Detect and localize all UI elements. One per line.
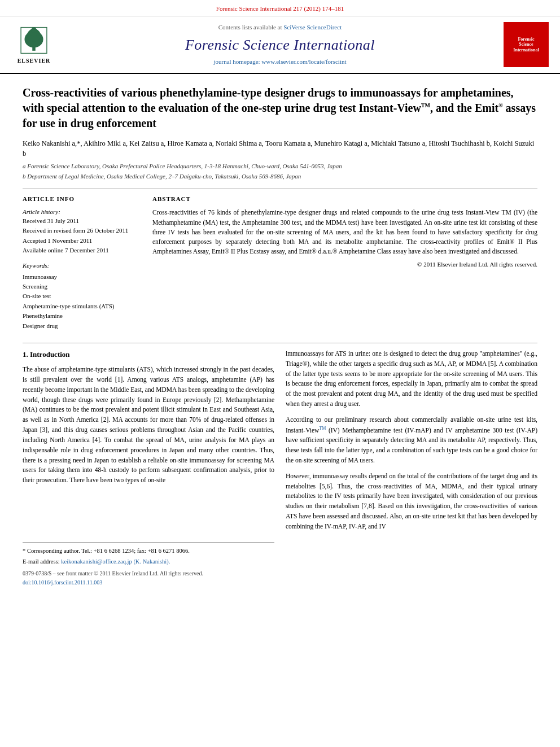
keywords-label: Keywords: xyxy=(23,261,141,270)
article-title: Cross-reactivities of various phenethyla… xyxy=(23,85,537,131)
affiliations: a Forensic Science Laboratory, Osaka Pre… xyxy=(23,162,537,181)
footnote-area: * Corresponding author. Tel.: +81 6 6268… xyxy=(23,542,274,587)
keyword-2: Screening xyxy=(23,282,141,291)
footnote-corresponding: * Corresponding author. Tel.: +81 6 6268… xyxy=(23,547,274,556)
doi-link[interactable]: 10.1016/j.forsciint.2011.11.003 xyxy=(32,579,103,586)
received-date: Received 31 July 2011 xyxy=(23,217,141,225)
affiliation-a: a Forensic Science Laboratory, Osaka Pre… xyxy=(23,162,537,171)
keyword-6: Designer drug xyxy=(23,322,141,330)
svg-point-6 xyxy=(31,27,36,32)
abstract-column: ABSTRACT Cross-reactivities of 76 kinds … xyxy=(152,195,537,331)
main-col-right: immunoassays for ATS in urine: one is de… xyxy=(286,349,537,587)
affiliation-b: b Department of Legal Medicine, Osaka Me… xyxy=(23,172,537,181)
abstract-text: Cross-reactivities of 76 kinds of phenet… xyxy=(152,208,537,256)
issn-line: 0379-0738/$ – see front matter © 2011 El… xyxy=(23,569,274,578)
authors: Keiko Nakanishi a,*, Akihiro Miki a, Kei… xyxy=(23,139,537,159)
intro-paragraph-1: The abuse of amphetamine-type stimulants… xyxy=(23,365,274,486)
keyword-5: Phenethylamine xyxy=(23,312,141,320)
footnote-email: E-mail address: keikonakanishi@office.za… xyxy=(23,558,274,566)
journal-title: Forensic Science International xyxy=(56,35,504,55)
journal-logo-image: ForensicScienceInternational xyxy=(504,22,549,67)
contents-line: Contents lists available at SciVerse Sci… xyxy=(56,23,504,32)
logo-label: ForensicScienceInternational xyxy=(513,37,539,53)
article-info-column: ARTICLE INFO Article history: Received 3… xyxy=(23,195,141,331)
divider-2 xyxy=(23,343,537,343)
copyright-line: © 2011 Elsevier Ireland Ltd. All rights … xyxy=(152,260,537,269)
intro-section-title: 1. Introduction xyxy=(23,349,274,360)
abstract-heading: ABSTRACT xyxy=(152,195,537,203)
page: Forensic Science International 217 (2012… xyxy=(0,0,560,598)
title-superscript-tm: TM xyxy=(421,103,430,109)
article-info-abstract: ARTICLE INFO Article history: Received 3… xyxy=(23,195,537,331)
main-col-left: 1. Introduction The abuse of amphetamine… xyxy=(23,349,274,587)
keywords-section: Keywords: Immunoassay Screening On-site … xyxy=(23,261,141,330)
article-body: Cross-reactivities of various phenethyla… xyxy=(0,74,560,598)
keyword-3: On-site test xyxy=(23,292,141,300)
keyword-4: Amphetamine-type stimulants (ATS) xyxy=(23,302,141,311)
keyword-1: Immunoassay xyxy=(23,273,141,281)
journal-ref-text: Forensic Science International 217 (2012… xyxy=(216,5,344,12)
received-revised-date: Received in revised form 26 October 2011 xyxy=(23,226,141,235)
journal-header: ELSEVIER Contents lists available at Sci… xyxy=(0,16,560,74)
intro-paragraph-4: However, immunoassay results depend on t… xyxy=(286,471,537,532)
article-history-label: Article history: xyxy=(23,208,141,216)
elsevier-label: ELSEVIER xyxy=(18,57,51,65)
journal-reference-bar: Forensic Science International 217 (2012… xyxy=(0,0,560,16)
journal-header-center: Contents lists available at SciVerse Sci… xyxy=(56,23,504,67)
footnote-email-address[interactable]: keikonakanishi@office.zaq.jp (K. Nakanis… xyxy=(61,558,170,565)
and-text: and xyxy=(434,427,443,434)
sciverse-link[interactable]: SciVerse ScienceDirect xyxy=(283,24,342,30)
intro-paragraph-2: immunoassays for ATS in urine: one is de… xyxy=(286,349,537,409)
title-superscript-r: ® xyxy=(498,103,502,109)
doi-line: doi:10.1016/j.forsciint.2011.11.003 xyxy=(23,578,274,587)
available-date: Available online 7 December 2011 xyxy=(23,246,141,255)
main-content: 1. Introduction The abuse of amphetamine… xyxy=(23,349,537,587)
elsevier-logo: ELSEVIER xyxy=(11,25,56,65)
divider-1 xyxy=(23,189,537,189)
elsevier-tree-icon xyxy=(17,25,51,56)
article-info-heading: ARTICLE INFO xyxy=(23,195,141,203)
journal-homepage: journal homepage: www.elsevier.com/locat… xyxy=(56,58,504,66)
intro-paragraph-3: According to our preliminary research ab… xyxy=(286,415,537,466)
accepted-date: Accepted 1 November 2011 xyxy=(23,237,141,245)
